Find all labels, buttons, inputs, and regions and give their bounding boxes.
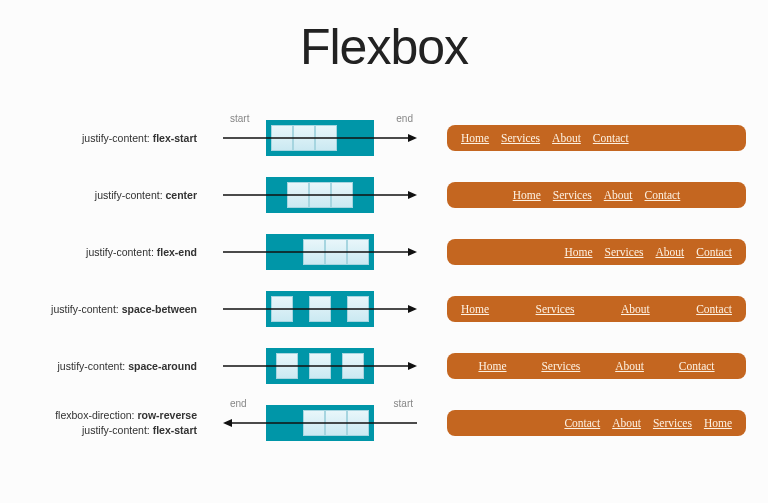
navbar: HomeServicesAboutContact — [447, 125, 746, 151]
diagram-item — [271, 296, 293, 322]
diagram-column — [205, 177, 435, 213]
prop-value: space-around — [128, 360, 197, 372]
diagram-item — [309, 182, 331, 208]
navbar: HomeServicesAboutContact — [447, 353, 746, 379]
prop-name: justify-content: — [86, 246, 154, 258]
diagram-item — [303, 239, 325, 265]
example-row: justify-content: space-around HomeServic… — [0, 348, 768, 384]
flex-diagram — [266, 177, 374, 213]
diagram-item — [309, 296, 331, 322]
diagram-item — [287, 182, 309, 208]
nav-link[interactable]: Contact — [679, 360, 715, 372]
nav-link[interactable]: Contact — [645, 189, 681, 201]
property-labels: justify-content: center — [0, 188, 205, 203]
nav-link[interactable]: Contact — [696, 303, 732, 315]
page-title: Flexbox — [0, 0, 768, 94]
prop-value: space-between — [122, 303, 197, 315]
nav-link[interactable]: About — [552, 132, 581, 144]
example-row: justify-content: space-between HomeServi… — [0, 291, 768, 327]
nav-link[interactable]: Services — [553, 189, 592, 201]
example-row: flexbox-direction: row-reversejustify-co… — [0, 405, 768, 441]
prop-value: flex-end — [157, 246, 197, 258]
svg-marker-5 — [408, 248, 417, 256]
nav-link[interactable]: About — [655, 246, 684, 258]
arrow-end-label: end — [396, 113, 413, 124]
prop-name: justify-content: — [82, 132, 150, 144]
prop-name: justify-content: — [58, 360, 126, 372]
diagram-column — [205, 348, 435, 384]
prop-name: flexbox-direction: — [55, 409, 134, 421]
nav-link[interactable]: About — [621, 303, 650, 315]
prop-name: justify-content: — [95, 189, 163, 201]
svg-marker-7 — [408, 305, 417, 313]
nav-link[interactable]: About — [615, 360, 644, 372]
nav-link[interactable]: Contact — [564, 417, 600, 429]
flex-diagram — [266, 120, 374, 156]
diagram-item — [347, 296, 369, 322]
property-labels: justify-content: flex-end — [0, 245, 205, 260]
navbar-column: HomeServicesAboutContact — [435, 410, 768, 436]
nav-link[interactable]: Services — [653, 417, 692, 429]
prop-name: justify-content: — [82, 424, 150, 436]
diagram-item — [347, 410, 369, 436]
prop-value: flex-start — [153, 132, 197, 144]
nav-link[interactable]: Home — [478, 360, 506, 372]
diagram-item — [325, 410, 347, 436]
flex-diagram — [266, 348, 374, 384]
nav-link[interactable]: About — [604, 189, 633, 201]
nav-link[interactable]: Contact — [593, 132, 629, 144]
diagram-item — [325, 239, 347, 265]
property-labels: flexbox-direction: row-reversejustify-co… — [0, 408, 205, 437]
diagram-item — [293, 125, 315, 151]
navbar: HomeServicesAboutContact — [447, 239, 746, 265]
nav-link[interactable]: Home — [564, 246, 592, 258]
flex-diagram — [266, 234, 374, 270]
prop-value: center — [165, 189, 197, 201]
svg-marker-3 — [408, 191, 417, 199]
diagram-item — [276, 353, 298, 379]
nav-link[interactable]: Services — [501, 132, 540, 144]
prop-value: flex-start — [153, 424, 197, 436]
nav-link[interactable]: Home — [513, 189, 541, 201]
diagram-column — [205, 234, 435, 270]
prop-value: row-reverse — [137, 409, 197, 421]
nav-link[interactable]: About — [612, 417, 641, 429]
svg-marker-11 — [223, 419, 232, 427]
property-labels: justify-content: flex-start — [0, 131, 205, 146]
diagram-item — [347, 239, 369, 265]
navbar-column: HomeServicesAboutContact — [435, 125, 768, 151]
example-row: justify-content: flex-end HomeServicesAb… — [0, 234, 768, 270]
diagram-item — [303, 410, 325, 436]
diagram-item — [315, 125, 337, 151]
example-row: justify-content: flex-startstartend Home… — [0, 120, 768, 156]
examples-container: justify-content: flex-startstartend Home… — [0, 94, 768, 441]
property-labels: justify-content: space-between — [0, 302, 205, 317]
arrow-start-label: start — [394, 398, 413, 409]
navbar-column: HomeServicesAboutContact — [435, 296, 768, 322]
svg-marker-1 — [408, 134, 417, 142]
navbar-column: HomeServicesAboutContact — [435, 239, 768, 265]
nav-link[interactable]: Services — [605, 246, 644, 258]
arrow-end-label: end — [230, 398, 247, 409]
nav-link[interactable]: Services — [541, 360, 580, 372]
flex-diagram — [266, 291, 374, 327]
navbar: HomeServicesAboutContact — [447, 296, 746, 322]
navbar-column: HomeServicesAboutContact — [435, 353, 768, 379]
example-row: justify-content: center HomeServicesAbou… — [0, 177, 768, 213]
nav-link[interactable]: Services — [536, 303, 575, 315]
property-labels: justify-content: space-around — [0, 359, 205, 374]
prop-name: justify-content: — [51, 303, 119, 315]
navbar-column: HomeServicesAboutContact — [435, 182, 768, 208]
diagram-column — [205, 291, 435, 327]
diagram-item — [271, 125, 293, 151]
nav-link[interactable]: Home — [704, 417, 732, 429]
diagram-column: startend — [205, 120, 435, 156]
diagram-item — [331, 182, 353, 208]
nav-link[interactable]: Home — [461, 132, 489, 144]
nav-link[interactable]: Contact — [696, 246, 732, 258]
navbar: HomeServicesAboutContact — [447, 182, 746, 208]
diagram-column: startend — [205, 405, 435, 441]
nav-link[interactable]: Home — [461, 303, 489, 315]
diagram-item — [309, 353, 331, 379]
arrow-start-label: start — [230, 113, 249, 124]
